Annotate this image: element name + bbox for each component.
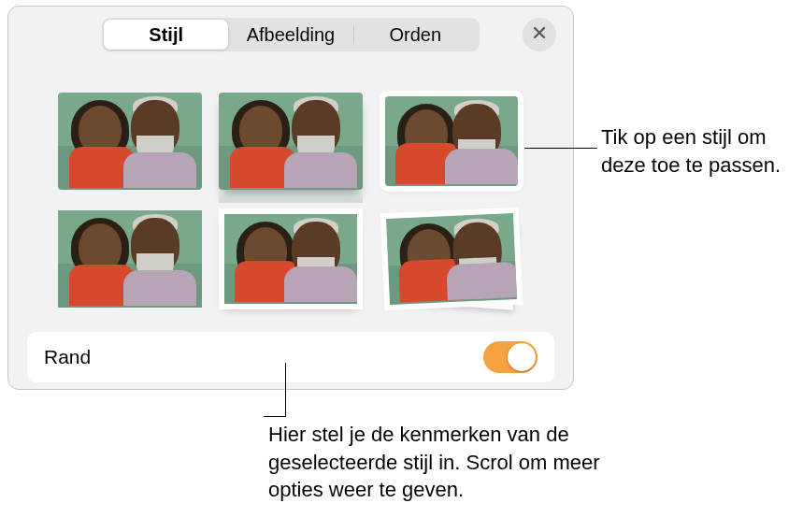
callout-leader-line [264, 416, 286, 417]
style-preset-1[interactable] [58, 93, 202, 190]
tab-arrange[interactable]: Orden [353, 20, 478, 50]
preset-thumbnail [224, 214, 357, 304]
preset-thumbnail [385, 96, 518, 186]
toggle-knob [508, 343, 536, 371]
style-presets [8, 59, 573, 328]
border-option-row: Rand [27, 332, 554, 382]
tab-label: Orden [390, 24, 442, 46]
border-toggle[interactable] [483, 341, 538, 373]
close-button[interactable] [523, 18, 556, 51]
style-preset-3[interactable] [380, 93, 523, 190]
preset-thumbnail [386, 213, 516, 304]
border-label: Rand [44, 346, 91, 368]
panel-header: Stijl Afbeelding Orden [8, 7, 573, 59]
preset-thumbnail [58, 210, 202, 308]
style-preset-4[interactable] [58, 210, 202, 308]
callout-leader-line [524, 148, 597, 149]
close-icon [532, 25, 547, 44]
callout-set-attributes: Hier stel je de kenmerken van de geselec… [268, 421, 624, 504]
style-preset-5[interactable] [219, 210, 363, 308]
tab-label: Stijl [149, 24, 183, 46]
format-segmented-control: Stijl Afbeelding Orden [102, 18, 480, 51]
callout-apply-style: Tik op een stijl om deze toe te passen. [601, 123, 797, 179]
preset-thumbnail [58, 93, 202, 190]
tab-label: Afbeelding [247, 24, 336, 46]
callout-leader-line [285, 363, 286, 417]
style-preset-6[interactable] [380, 210, 523, 308]
style-preset-2[interactable] [219, 93, 363, 190]
style-grid [42, 93, 539, 311]
format-panel: Stijl Afbeelding Orden [7, 6, 574, 390]
preset-thumbnail [219, 93, 363, 190]
tab-image[interactable]: Afbeelding [228, 20, 352, 50]
tab-style[interactable]: Stijl [104, 20, 228, 50]
